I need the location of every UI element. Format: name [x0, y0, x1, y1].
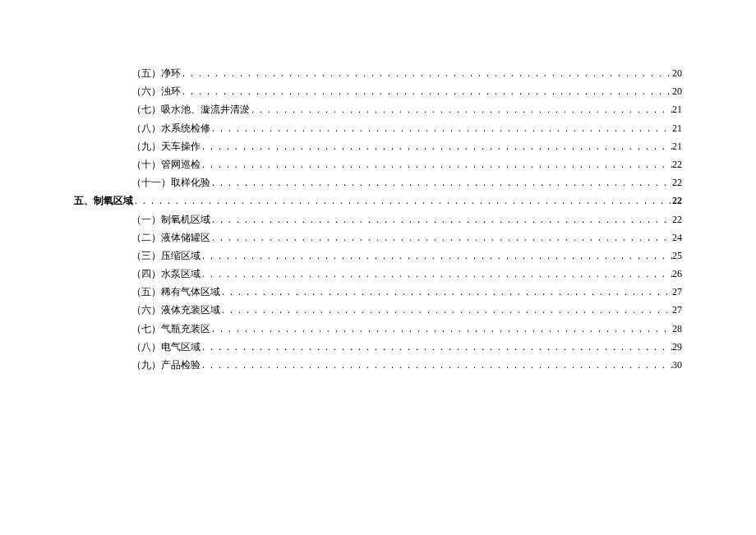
- toc-entry-label: （八）水系统检修: [131, 121, 210, 136]
- toc-entry-label: （五）净环: [131, 66, 181, 81]
- toc-entry: （八）电气区域29: [74, 339, 682, 355]
- toc-leader-dots: [201, 339, 672, 355]
- toc-leader-dots: [220, 302, 672, 318]
- toc-entry-label: （十一）取样化验: [131, 175, 210, 191]
- toc-leader-dots: [181, 66, 672, 81]
- toc-entry-label: （三）压缩区域: [131, 248, 201, 264]
- toc-entry-page: 27: [672, 302, 682, 318]
- toc-entry: （七）吸水池、漩流井清淤21: [74, 102, 682, 118]
- toc-entry: （八）水系统检修21: [74, 121, 682, 136]
- toc-entry-label: （七）吸水池、漩流井清淤: [131, 102, 250, 118]
- toc-leader-dots: [133, 193, 672, 209]
- toc-entry-page: 22: [672, 193, 682, 209]
- toc-entry-page: 26: [672, 266, 682, 282]
- toc-leader-dots: [210, 212, 672, 228]
- toc-entry-page: 30: [672, 357, 682, 373]
- toc-entry-label: （四）水泵区域: [131, 266, 201, 282]
- toc-entry: （六）浊环20: [74, 84, 682, 99]
- toc-leader-dots: [210, 175, 672, 191]
- toc-entry-label: （八）电气区域: [131, 339, 201, 355]
- toc-entry: （十）管网巡检22: [74, 157, 682, 173]
- toc-entry-page: 28: [672, 321, 682, 337]
- toc-leader-dots: [201, 357, 672, 373]
- toc-entry-page: 27: [672, 284, 682, 300]
- toc-entry-page: 21: [672, 121, 682, 136]
- toc-leader-dots: [210, 121, 672, 136]
- toc-entry-label: （九）天车操作: [131, 139, 201, 155]
- toc-entry-label: （七）气瓶充装区: [131, 321, 210, 337]
- toc-entry-label: （一）制氧机区域: [131, 212, 210, 228]
- toc-entry-page: 24: [672, 230, 682, 246]
- toc-entry-page: 22: [672, 212, 682, 228]
- toc-entry-label: （九）产品检验: [131, 357, 201, 373]
- toc-entry-page: 29: [672, 339, 682, 355]
- table-of-contents: （五）净环20（六）浊环20（七）吸水池、漩流井清淤21（八）水系统检修21（九…: [74, 66, 682, 373]
- toc-entry-label: （十）管网巡检: [131, 157, 201, 173]
- toc-leader-dots: [210, 230, 672, 246]
- toc-entry: 五、制氧区域22: [74, 193, 682, 209]
- toc-entry-label: （六）液体充装区域: [131, 302, 220, 318]
- toc-entry-page: 20: [672, 84, 682, 99]
- toc-entry-label: 五、制氧区域: [74, 193, 133, 209]
- toc-entry: （一）制氧机区域22: [74, 212, 682, 228]
- toc-entry-page: 21: [672, 139, 682, 155]
- toc-entry-label: （六）浊环: [131, 84, 181, 99]
- toc-entry-page: 22: [672, 175, 682, 191]
- toc-entry: （四）水泵区域26: [74, 266, 682, 282]
- toc-entry-label: （二）液体储罐区: [131, 230, 210, 246]
- toc-leader-dots: [201, 248, 672, 264]
- toc-entry-label: （五）稀有气体区域: [131, 284, 220, 300]
- toc-leader-dots: [220, 284, 672, 300]
- toc-entry: （九）天车操作21: [74, 139, 682, 155]
- toc-entry: （九）产品检验30: [74, 357, 682, 373]
- toc-entry: （二）液体储罐区24: [74, 230, 682, 246]
- toc-entry-page: 20: [672, 66, 682, 81]
- toc-entry-page: 25: [672, 248, 682, 264]
- toc-leader-dots: [250, 102, 672, 118]
- toc-leader-dots: [210, 321, 672, 337]
- toc-entry: （五）稀有气体区域27: [74, 284, 682, 300]
- toc-entry: （三）压缩区域25: [74, 248, 682, 264]
- toc-leader-dots: [201, 157, 672, 173]
- toc-entry: （七）气瓶充装区28: [74, 321, 682, 337]
- toc-entry: （六）液体充装区域27: [74, 302, 682, 318]
- toc-leader-dots: [181, 84, 672, 99]
- toc-entry-page: 22: [672, 157, 682, 173]
- toc-entry: （五）净环20: [74, 66, 682, 81]
- toc-entry: （十一）取样化验22: [74, 175, 682, 191]
- toc-entry-page: 21: [672, 102, 682, 118]
- toc-leader-dots: [201, 139, 672, 155]
- toc-leader-dots: [201, 266, 672, 282]
